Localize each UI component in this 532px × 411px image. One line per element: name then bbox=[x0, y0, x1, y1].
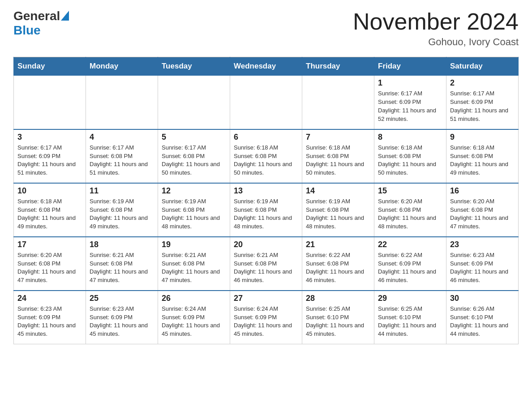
day-info: Sunrise: 6:19 AMSunset: 6:08 PMDaylight:… bbox=[90, 197, 154, 231]
calendar-cell: 13Sunrise: 6:19 AMSunset: 6:08 PMDayligh… bbox=[230, 183, 302, 237]
day-info: Sunrise: 6:18 AMSunset: 6:08 PMDaylight:… bbox=[378, 144, 442, 177]
calendar-cell: 16Sunrise: 6:20 AMSunset: 6:08 PMDayligh… bbox=[446, 183, 519, 237]
day-number: 7 bbox=[306, 133, 370, 142]
day-info: Sunrise: 6:25 AMSunset: 6:10 PMDaylight:… bbox=[306, 305, 370, 338]
day-info: Sunrise: 6:23 AMSunset: 6:09 PMDaylight:… bbox=[17, 305, 82, 338]
calendar-cell: 5Sunrise: 6:17 AMSunset: 6:08 PMDaylight… bbox=[158, 129, 230, 183]
day-number: 8 bbox=[378, 133, 442, 142]
calendar-cell: 3Sunrise: 6:17 AMSunset: 6:09 PMDaylight… bbox=[14, 129, 86, 183]
calendar-cell: 9Sunrise: 6:18 AMSunset: 6:08 PMDaylight… bbox=[446, 129, 519, 183]
calendar-table: Sunday Monday Tuesday Wednesday Thursday… bbox=[13, 57, 519, 344]
svg-marker-0 bbox=[61, 11, 69, 21]
day-number: 25 bbox=[90, 294, 154, 303]
calendar-cell bbox=[302, 76, 374, 129]
day-number: 16 bbox=[450, 186, 515, 196]
day-info: Sunrise: 6:18 AMSunset: 6:08 PMDaylight:… bbox=[17, 197, 82, 231]
day-info: Sunrise: 6:21 AMSunset: 6:08 PMDaylight:… bbox=[90, 251, 154, 285]
day-number: 19 bbox=[162, 240, 226, 249]
day-info: Sunrise: 6:17 AMSunset: 6:08 PMDaylight:… bbox=[90, 144, 154, 177]
calendar-cell: 4Sunrise: 6:17 AMSunset: 6:08 PMDaylight… bbox=[86, 129, 158, 183]
page-header: General Blue November 2024 Gohouo, Ivory… bbox=[13, 9, 519, 48]
calendar-cell: 19Sunrise: 6:21 AMSunset: 6:08 PMDayligh… bbox=[158, 237, 230, 291]
day-number: 14 bbox=[306, 186, 370, 196]
col-wednesday: Wednesday bbox=[230, 57, 302, 76]
month-title: November 2024 bbox=[353, 9, 519, 34]
calendar-cell: 27Sunrise: 6:24 AMSunset: 6:09 PMDayligh… bbox=[230, 291, 302, 344]
day-number: 1 bbox=[378, 78, 442, 88]
calendar-cell: 22Sunrise: 6:22 AMSunset: 6:09 PMDayligh… bbox=[374, 237, 446, 291]
day-info: Sunrise: 6:17 AMSunset: 6:09 PMDaylight:… bbox=[450, 90, 515, 123]
day-info: Sunrise: 6:19 AMSunset: 6:08 PMDaylight:… bbox=[162, 197, 226, 231]
calendar-cell: 18Sunrise: 6:21 AMSunset: 6:08 PMDayligh… bbox=[86, 237, 158, 291]
calendar-cell bbox=[86, 76, 158, 129]
day-info: Sunrise: 6:21 AMSunset: 6:08 PMDaylight:… bbox=[234, 251, 298, 285]
day-info: Sunrise: 6:18 AMSunset: 6:08 PMDaylight:… bbox=[306, 144, 370, 177]
calendar-cell: 17Sunrise: 6:20 AMSunset: 6:08 PMDayligh… bbox=[14, 237, 86, 291]
day-number: 26 bbox=[162, 294, 226, 303]
calendar-cell: 1Sunrise: 6:17 AMSunset: 6:09 PMDaylight… bbox=[374, 76, 446, 129]
calendar-week-row: 24Sunrise: 6:23 AMSunset: 6:09 PMDayligh… bbox=[14, 291, 519, 344]
day-info: Sunrise: 6:23 AMSunset: 6:09 PMDaylight:… bbox=[90, 305, 154, 338]
day-info: Sunrise: 6:17 AMSunset: 6:09 PMDaylight:… bbox=[17, 144, 82, 177]
col-sunday: Sunday bbox=[14, 57, 86, 76]
calendar-cell: 25Sunrise: 6:23 AMSunset: 6:09 PMDayligh… bbox=[86, 291, 158, 344]
day-number: 5 bbox=[162, 133, 226, 142]
day-info: Sunrise: 6:19 AMSunset: 6:08 PMDaylight:… bbox=[306, 197, 370, 231]
logo-triangle-icon bbox=[61, 11, 69, 21]
day-info: Sunrise: 6:20 AMSunset: 6:08 PMDaylight:… bbox=[378, 197, 442, 231]
calendar-cell: 12Sunrise: 6:19 AMSunset: 6:08 PMDayligh… bbox=[158, 183, 230, 237]
calendar-week-row: 3Sunrise: 6:17 AMSunset: 6:09 PMDaylight… bbox=[14, 129, 519, 183]
day-number: 27 bbox=[234, 294, 298, 303]
calendar-cell: 15Sunrise: 6:20 AMSunset: 6:08 PMDayligh… bbox=[374, 183, 446, 237]
calendar-cell: 7Sunrise: 6:18 AMSunset: 6:08 PMDaylight… bbox=[302, 129, 374, 183]
day-number: 28 bbox=[306, 294, 370, 303]
day-number: 15 bbox=[378, 186, 442, 196]
day-number: 20 bbox=[234, 240, 298, 249]
day-number: 17 bbox=[17, 240, 82, 249]
col-monday: Monday bbox=[86, 57, 158, 76]
day-number: 21 bbox=[306, 240, 370, 249]
day-number: 10 bbox=[17, 186, 82, 196]
day-number: 23 bbox=[450, 240, 515, 249]
day-number: 4 bbox=[90, 133, 154, 142]
calendar-cell: 30Sunrise: 6:26 AMSunset: 6:10 PMDayligh… bbox=[446, 291, 519, 344]
calendar-title-section: November 2024 Gohouo, Ivory Coast bbox=[353, 9, 519, 48]
day-info: Sunrise: 6:22 AMSunset: 6:09 PMDaylight:… bbox=[378, 251, 442, 285]
day-number: 24 bbox=[17, 294, 82, 303]
day-number: 30 bbox=[450, 294, 515, 303]
calendar-cell: 6Sunrise: 6:18 AMSunset: 6:08 PMDaylight… bbox=[230, 129, 302, 183]
day-info: Sunrise: 6:20 AMSunset: 6:08 PMDaylight:… bbox=[17, 251, 82, 285]
logo: General Blue bbox=[13, 9, 69, 38]
logo-blue-text: Blue bbox=[13, 23, 41, 37]
day-info: Sunrise: 6:18 AMSunset: 6:08 PMDaylight:… bbox=[234, 144, 298, 177]
col-saturday: Saturday bbox=[446, 57, 519, 76]
day-info: Sunrise: 6:17 AMSunset: 6:08 PMDaylight:… bbox=[162, 144, 226, 177]
col-tuesday: Tuesday bbox=[158, 57, 230, 76]
calendar-week-row: 17Sunrise: 6:20 AMSunset: 6:08 PMDayligh… bbox=[14, 237, 519, 291]
day-number: 22 bbox=[378, 240, 442, 249]
day-number: 29 bbox=[378, 294, 442, 303]
day-number: 13 bbox=[234, 186, 298, 196]
day-info: Sunrise: 6:24 AMSunset: 6:09 PMDaylight:… bbox=[234, 305, 298, 338]
calendar-cell: 29Sunrise: 6:25 AMSunset: 6:10 PMDayligh… bbox=[374, 291, 446, 344]
day-info: Sunrise: 6:24 AMSunset: 6:09 PMDaylight:… bbox=[162, 305, 226, 338]
day-number: 3 bbox=[17, 133, 82, 142]
calendar-cell: 14Sunrise: 6:19 AMSunset: 6:08 PMDayligh… bbox=[302, 183, 374, 237]
day-info: Sunrise: 6:21 AMSunset: 6:08 PMDaylight:… bbox=[162, 251, 226, 285]
day-info: Sunrise: 6:23 AMSunset: 6:09 PMDaylight:… bbox=[450, 251, 515, 285]
calendar-week-row: 1Sunrise: 6:17 AMSunset: 6:09 PMDaylight… bbox=[14, 76, 519, 129]
day-number: 6 bbox=[234, 133, 298, 142]
col-thursday: Thursday bbox=[302, 57, 374, 76]
calendar-cell: 20Sunrise: 6:21 AMSunset: 6:08 PMDayligh… bbox=[230, 237, 302, 291]
calendar-cell: 21Sunrise: 6:22 AMSunset: 6:08 PMDayligh… bbox=[302, 237, 374, 291]
calendar-cell: 11Sunrise: 6:19 AMSunset: 6:08 PMDayligh… bbox=[86, 183, 158, 237]
calendar-cell bbox=[14, 76, 86, 129]
calendar-cell: 10Sunrise: 6:18 AMSunset: 6:08 PMDayligh… bbox=[14, 183, 86, 237]
day-info: Sunrise: 6:19 AMSunset: 6:08 PMDaylight:… bbox=[234, 197, 298, 231]
calendar-cell: 2Sunrise: 6:17 AMSunset: 6:09 PMDaylight… bbox=[446, 76, 519, 129]
calendar-cell: 23Sunrise: 6:23 AMSunset: 6:09 PMDayligh… bbox=[446, 237, 519, 291]
day-info: Sunrise: 6:18 AMSunset: 6:08 PMDaylight:… bbox=[450, 144, 515, 177]
day-info: Sunrise: 6:20 AMSunset: 6:08 PMDaylight:… bbox=[450, 197, 515, 231]
calendar-cell bbox=[230, 76, 302, 129]
logo-general-text: General bbox=[13, 9, 60, 23]
